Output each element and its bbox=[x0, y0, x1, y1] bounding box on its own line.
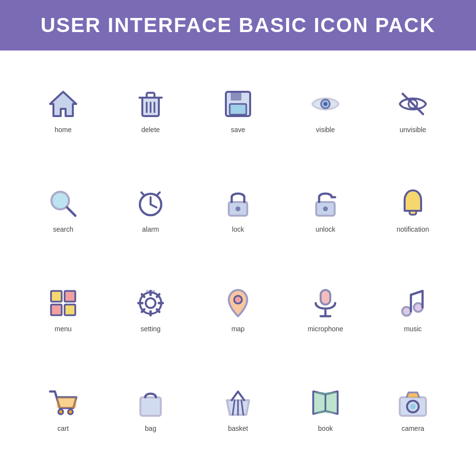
setting-icon bbox=[134, 286, 168, 320]
icon-item-music: music bbox=[369, 259, 457, 359]
camera-label: camera bbox=[402, 425, 425, 432]
svg-rect-47 bbox=[140, 397, 161, 416]
icon-item-map: map bbox=[194, 259, 282, 359]
book-icon bbox=[308, 386, 342, 420]
svg-rect-30 bbox=[65, 291, 75, 302]
music-icon bbox=[396, 286, 430, 320]
svg-point-46 bbox=[68, 409, 73, 414]
icon-item-home: home bbox=[19, 60, 107, 160]
icon-item-menu: menu bbox=[19, 259, 107, 359]
icon-item-delete: delete bbox=[107, 60, 194, 160]
notification-icon bbox=[396, 187, 430, 221]
header-title: USER INTERFACE BASIC ICON PACK bbox=[41, 14, 436, 36]
icon-item-camera: camera bbox=[369, 359, 457, 459]
basket-icon bbox=[221, 386, 255, 420]
unvisible-label: unvisible bbox=[400, 126, 426, 134]
unlock-label: unlock bbox=[316, 225, 335, 233]
map-label: map bbox=[231, 325, 244, 333]
svg-rect-31 bbox=[51, 305, 62, 315]
icon-item-alarm: alarm bbox=[107, 160, 194, 259]
svg-rect-28 bbox=[409, 211, 416, 215]
svg-rect-53 bbox=[326, 392, 337, 413]
camera-icon bbox=[396, 386, 430, 420]
setting-label: setting bbox=[140, 325, 160, 333]
svg-rect-44 bbox=[57, 397, 76, 408]
icon-item-visible: visible bbox=[282, 60, 369, 160]
icon-item-unvisible: unvisible bbox=[369, 60, 457, 160]
map-icon bbox=[221, 286, 255, 320]
cart-label: cart bbox=[57, 425, 68, 432]
icon-item-save: save bbox=[194, 60, 282, 160]
visible-icon bbox=[308, 87, 342, 121]
bag-icon bbox=[134, 386, 168, 420]
icon-item-search: search bbox=[19, 160, 107, 259]
alarm-icon bbox=[134, 187, 168, 221]
notification-label: notification bbox=[397, 225, 429, 233]
icon-grid: home delete save visibl bbox=[0, 51, 476, 468]
svg-rect-11 bbox=[230, 104, 246, 115]
microphone-icon bbox=[308, 286, 342, 320]
svg-line-16 bbox=[403, 94, 423, 114]
book-label: book bbox=[318, 425, 333, 432]
visible-label: visible bbox=[316, 126, 335, 134]
menu-label: menu bbox=[54, 325, 71, 333]
svg-point-45 bbox=[58, 409, 63, 414]
icon-item-setting: setting bbox=[107, 259, 194, 359]
svg-rect-10 bbox=[231, 92, 241, 101]
svg-line-21 bbox=[151, 204, 156, 207]
svg-point-33 bbox=[146, 298, 155, 308]
delete-icon bbox=[134, 87, 168, 121]
delete-label: delete bbox=[141, 126, 160, 134]
svg-rect-32 bbox=[65, 305, 75, 315]
svg-point-25 bbox=[236, 206, 240, 211]
lock-label: lock bbox=[232, 225, 244, 233]
svg-line-23 bbox=[157, 192, 160, 195]
unlock-icon bbox=[308, 187, 342, 221]
svg-point-56 bbox=[410, 404, 416, 409]
svg-rect-36 bbox=[321, 290, 330, 305]
home-label: home bbox=[54, 126, 71, 134]
svg-rect-52 bbox=[314, 392, 325, 413]
icon-item-lock: lock bbox=[194, 160, 282, 259]
svg-point-35 bbox=[234, 296, 242, 304]
icon-item-bag: bag bbox=[107, 359, 194, 459]
icon-item-cart: cart bbox=[19, 359, 107, 459]
header: USER INTERFACE BASIC ICON PACK bbox=[0, 0, 476, 51]
svg-line-43 bbox=[411, 291, 423, 295]
svg-rect-4 bbox=[147, 93, 154, 98]
cart-icon bbox=[46, 386, 80, 420]
lock-icon bbox=[221, 187, 255, 221]
svg-point-27 bbox=[323, 206, 328, 211]
home-icon bbox=[46, 87, 80, 121]
icon-item-book: book bbox=[282, 359, 369, 459]
icon-item-notification: notification bbox=[369, 160, 457, 259]
svg-point-40 bbox=[414, 303, 423, 312]
basket-label: basket bbox=[228, 425, 248, 432]
svg-point-39 bbox=[402, 307, 411, 316]
svg-line-18 bbox=[67, 207, 75, 216]
microphone-label: microphone bbox=[307, 325, 343, 333]
icon-item-basket: basket bbox=[194, 359, 282, 459]
alarm-label: alarm bbox=[142, 225, 159, 233]
search-label: search bbox=[53, 225, 73, 233]
bag-label: bag bbox=[145, 425, 156, 432]
svg-point-14 bbox=[323, 102, 327, 106]
icon-item-unlock: unlock bbox=[282, 160, 369, 259]
music-label: music bbox=[404, 325, 422, 333]
save-label: save bbox=[231, 126, 245, 134]
icon-item-microphone: microphone bbox=[282, 259, 369, 359]
svg-rect-29 bbox=[51, 291, 62, 302]
search-icon bbox=[46, 187, 80, 221]
menu-icon bbox=[46, 286, 80, 320]
unvisible-icon bbox=[396, 87, 430, 121]
svg-line-22 bbox=[141, 192, 144, 195]
save-icon bbox=[221, 87, 255, 121]
